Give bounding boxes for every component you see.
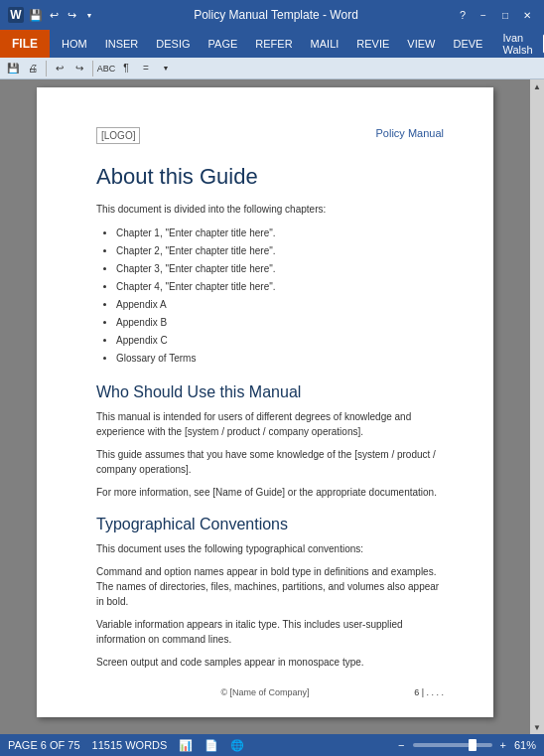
- undo-icon[interactable]: ↩: [46, 7, 62, 23]
- toolbar-separator-2: [92, 61, 93, 76]
- word-count: 11515 WORDS: [92, 739, 168, 751]
- header-title: Policy Manual: [376, 127, 444, 139]
- list-item: Appendix A: [116, 296, 444, 314]
- list-item: Chapter 4, "Enter chapter title here".: [116, 278, 444, 296]
- scroll-down-arrow[interactable]: ▼: [530, 720, 544, 734]
- toolbar-save-icon[interactable]: 💾: [4, 60, 22, 77]
- list-item: Appendix C: [116, 332, 444, 350]
- tab-mailings[interactable]: MAILI: [303, 34, 347, 54]
- word-icon: W: [8, 7, 24, 23]
- tab-review[interactable]: REVIE: [348, 34, 397, 54]
- section2-para1: This manual is intended for users of dif…: [96, 409, 444, 439]
- title-bar-controls: ? − □ ✕: [455, 7, 536, 23]
- title-bar-left: W 💾 ↩ ↪ ▼: [8, 7, 97, 23]
- dropdown-icon[interactable]: ▼: [81, 7, 97, 23]
- redo-icon[interactable]: ↪: [64, 7, 79, 23]
- ribbon-toolbar: 💾 🖨 ↩ ↪ ABC ¶ = ▼: [0, 58, 544, 79]
- main-heading: About this Guide: [96, 164, 444, 190]
- chapter-list: Chapter 1, "Enter chapter title here". C…: [116, 225, 444, 368]
- footer-company: © [Name of Company]: [220, 687, 309, 697]
- tab-view[interactable]: VIEW: [399, 34, 443, 54]
- close-button[interactable]: ✕: [518, 7, 536, 23]
- page-header: [LOGO] Policy Manual: [96, 127, 444, 144]
- list-item: Glossary of Terms: [116, 350, 444, 368]
- section2-para3: For more information, see [Name of Guide…: [96, 485, 444, 500]
- tab-developer[interactable]: DEVE: [445, 34, 490, 54]
- toolbar-separator-1: [46, 61, 47, 76]
- logo-placeholder: [LOGO]: [96, 127, 140, 144]
- file-menu-button[interactable]: FILE: [0, 30, 50, 58]
- toolbar-spell-icon[interactable]: ABC: [97, 60, 115, 77]
- page-count: PAGE 6 OF 75: [8, 739, 80, 751]
- ribbon-tabs: HOM INSER DESIG PAGE REFER MAILI REVIE V…: [50, 34, 494, 54]
- maximize-button[interactable]: □: [496, 7, 514, 23]
- zoom-controls: − + 61%: [398, 739, 536, 751]
- section3-para3: Screen output and code samples appear in…: [96, 655, 444, 670]
- scroll-up-arrow[interactable]: ▲: [530, 79, 544, 93]
- section2-para2: This guide assumes that you have some kn…: [96, 447, 444, 477]
- tab-references[interactable]: REFER: [247, 34, 300, 54]
- list-item: Appendix B: [116, 314, 444, 332]
- list-item: Chapter 2, "Enter chapter title here".: [116, 242, 444, 260]
- document-scroll[interactable]: [LOGO] Policy Manual About this Guide Th…: [0, 79, 530, 734]
- list-item: Chapter 1, "Enter chapter title here".: [116, 225, 444, 242]
- track-changes-icon: 📊: [179, 739, 193, 752]
- minimize-button[interactable]: −: [475, 7, 492, 23]
- vertical-scrollbar[interactable]: ▲ ▼: [530, 79, 544, 734]
- status-bar: PAGE 6 OF 75 11515 WORDS 📊 📄 🌐 − + 61%: [0, 734, 544, 756]
- zoom-percent: 61%: [514, 739, 536, 751]
- tab-design[interactable]: DESIG: [148, 34, 198, 54]
- tab-insert[interactable]: INSER: [97, 34, 147, 54]
- title-bar: W 💾 ↩ ↪ ▼ Policy Manual Template - Word …: [0, 0, 544, 30]
- web-icon: 🌐: [230, 739, 244, 752]
- toolbar-undo-icon[interactable]: ↩: [51, 60, 68, 77]
- toolbar-format-icon[interactable]: ¶: [117, 60, 135, 77]
- toolbar-print-icon[interactable]: 🖨: [24, 60, 42, 77]
- save-icon[interactable]: 💾: [28, 7, 44, 23]
- document-page: [LOGO] Policy Manual About this Guide Th…: [37, 87, 493, 717]
- page-number: 6 | . . . .: [414, 687, 444, 697]
- layout-icon: 📄: [204, 739, 218, 752]
- ribbon-bar: FILE HOM INSER DESIG PAGE REFER MAILI RE…: [0, 30, 544, 58]
- toolbar-redo-icon[interactable]: ↪: [70, 60, 88, 77]
- tab-page[interactable]: PAGE: [201, 34, 246, 54]
- help-icon[interactable]: ?: [455, 7, 471, 23]
- intro-text: This document is divided into the follow…: [96, 202, 444, 217]
- user-name: Ivan Walsh: [502, 32, 538, 56]
- section3-intro: This document uses the following typogra…: [96, 541, 444, 556]
- document-area: [LOGO] Policy Manual About this Guide Th…: [0, 79, 544, 734]
- toolbar-equal-icon[interactable]: =: [137, 60, 155, 77]
- zoom-minus-button[interactable]: −: [398, 739, 404, 751]
- tab-home[interactable]: HOM: [54, 34, 95, 54]
- quick-access-icons: 💾 ↩ ↪ ▼: [28, 7, 97, 23]
- zoom-slider[interactable]: [413, 743, 492, 747]
- section3-para2: Variable information appears in italic t…: [96, 617, 444, 647]
- section2-heading: Who Should Use this Manual: [96, 383, 444, 401]
- section3-para1: Command and option names appear in bold …: [96, 564, 444, 609]
- toolbar-dropdown-icon[interactable]: ▼: [157, 60, 175, 77]
- list-item: Chapter 3, "Enter chapter title here".: [116, 260, 444, 278]
- zoom-thumb: [469, 739, 476, 751]
- section3-heading: Typographical Conventions: [96, 516, 444, 533]
- user-info: Ivan Walsh K: [494, 28, 544, 60]
- zoom-plus-button[interactable]: +: [500, 739, 506, 751]
- window-title: Policy Manual Template - Word: [97, 8, 455, 22]
